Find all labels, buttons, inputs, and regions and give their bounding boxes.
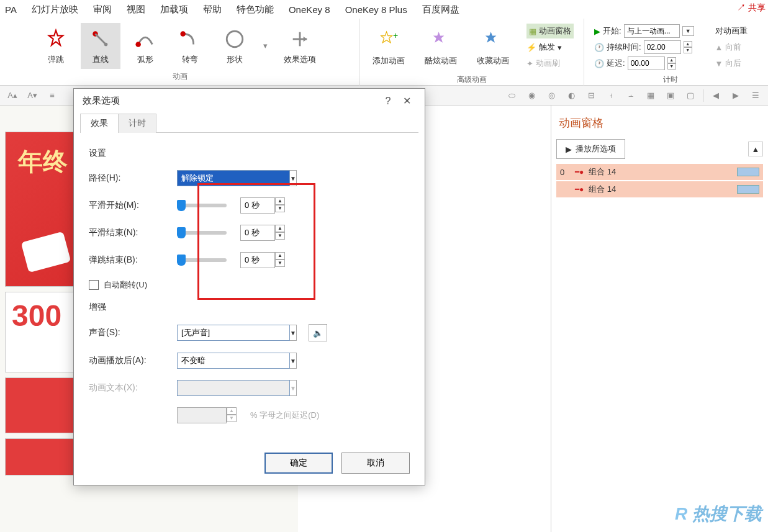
trigger-icon: ⚡ xyxy=(526,43,536,52)
delay-input[interactable] xyxy=(628,56,665,70)
anim-list-item[interactable]: ━● 组合 14 xyxy=(556,181,763,197)
play-selected-button[interactable]: ▶ 播放所选项 xyxy=(556,139,625,159)
auto-reverse-checkbox[interactable]: 自动翻转(U) xyxy=(89,279,147,291)
align-left-icon[interactable]: ⫞ xyxy=(603,88,618,103)
letter-delay-up: ▲ xyxy=(227,407,237,415)
anim-group-label: 动画 xyxy=(173,70,187,83)
anim-arc[interactable]: 弧形 xyxy=(125,23,165,69)
prev-icon[interactable]: ◀ xyxy=(708,88,723,103)
menu-slideshow[interactable]: 幻灯片放映 xyxy=(32,4,78,16)
animation-pane-button[interactable]: ▦ 动画窗格 xyxy=(526,24,574,38)
anim-line[interactable]: 直线 xyxy=(81,23,120,69)
ungroup-icon[interactable]: ◎ xyxy=(544,88,559,103)
list-icon[interactable]: ☰ xyxy=(748,88,763,103)
pane-icon: ▦ xyxy=(529,27,536,36)
dialog-title: 效果选项 xyxy=(83,95,120,107)
cool-animation[interactable]: 酷炫动画 xyxy=(417,24,464,70)
anim-up-button[interactable]: ▲ xyxy=(748,142,763,156)
tab-effect[interactable]: 效果 xyxy=(80,114,119,133)
animation-pane: 动画窗格 ▶ 播放所选项 ▲ 0 ━● 组合 14 ━● 组合 14 xyxy=(551,106,768,532)
start-dropdown[interactable]: ▼ xyxy=(682,26,694,36)
shape-tool-icon[interactable]: ⬭ xyxy=(504,88,519,103)
distribute-icon[interactable]: ▦ xyxy=(643,88,658,103)
speaker-icon: 🔈 xyxy=(313,328,323,338)
after-anim-dropdown[interactable]: ▼ xyxy=(290,353,297,369)
effect-options[interactable]: 效果选项 xyxy=(276,23,323,69)
dialog-help-button[interactable]: ? xyxy=(379,96,397,107)
painter-icon: ✦ xyxy=(526,59,533,68)
enhance-section: 增强 xyxy=(89,302,410,313)
menu-features[interactable]: 特色功能 xyxy=(237,4,274,16)
add-star-icon: + xyxy=(376,28,401,53)
duration-input[interactable] xyxy=(644,40,681,54)
tab-timing[interactable]: 计时 xyxy=(118,114,156,133)
bounce-end-slider[interactable] xyxy=(177,258,227,262)
menu-review[interactable]: 审阅 xyxy=(93,4,112,16)
svg-point-5 xyxy=(227,31,243,47)
sound-preview-button[interactable]: 🔈 xyxy=(309,324,327,341)
bounce-end-input[interactable] xyxy=(240,252,275,268)
dialog-close-button[interactable]: ✕ xyxy=(397,95,416,107)
timing-bar xyxy=(737,185,759,194)
duration-up[interactable]: ▲ xyxy=(684,41,692,47)
after-anim-combo[interactable] xyxy=(177,353,290,369)
send-back-icon[interactable]: ▢ xyxy=(683,88,698,103)
smooth-start-down[interactable]: ▼ xyxy=(275,205,285,212)
smooth-end-slider[interactable] xyxy=(177,231,227,235)
align-center-icon[interactable]: ⫠ xyxy=(623,88,638,103)
split-icon[interactable]: ⊟ xyxy=(584,88,599,103)
fav-animation[interactable]: 收藏动画 xyxy=(469,24,517,70)
delay-up[interactable]: ▲ xyxy=(667,57,676,63)
shape-path-icon xyxy=(222,27,247,52)
font-inc-icon[interactable]: A▴ xyxy=(5,88,20,103)
anim-more-dropdown[interactable]: ▾ xyxy=(260,41,271,50)
smooth-start-up[interactable]: ▲ xyxy=(275,197,285,205)
cancel-button[interactable]: 取消 xyxy=(341,453,410,474)
sound-label: 声音(S): xyxy=(89,327,169,338)
path-dropdown[interactable]: ▼ xyxy=(290,170,297,186)
smooth-start-input[interactable] xyxy=(240,197,275,214)
path-combo[interactable] xyxy=(177,170,290,186)
sound-dropdown[interactable]: ▼ xyxy=(290,325,297,341)
animation-painter: ✦ 动画刷 xyxy=(526,56,574,71)
anim-list-item[interactable]: 0 ━● 组合 14 xyxy=(556,164,763,180)
sound-combo[interactable] xyxy=(177,325,290,341)
group-tool-icon[interactable]: ◉ xyxy=(524,88,539,103)
bring-front-icon[interactable]: ▣ xyxy=(663,88,678,103)
duration-down[interactable]: ▼ xyxy=(684,47,692,53)
bounce-end-label: 弹跳结束(B): xyxy=(89,255,169,266)
menu-help[interactable]: 帮助 xyxy=(203,4,222,16)
menu-baidu[interactable]: 百度网盘 xyxy=(422,4,459,16)
smooth-end-down[interactable]: ▼ xyxy=(275,232,285,240)
menu-pa[interactable]: PA xyxy=(5,4,17,15)
menu-addins[interactable]: 加载项 xyxy=(160,4,188,16)
add-animation[interactable]: + 添加动画 xyxy=(365,24,412,70)
menu-onekey8plus[interactable]: OneKey 8 Plus xyxy=(345,4,407,15)
smooth-end-input[interactable] xyxy=(240,225,275,241)
move-forward: ▲ 向前 xyxy=(715,40,748,55)
letter-delay-label: % 字母之间延迟(D) xyxy=(250,410,319,421)
reorder-label: 对动画重 xyxy=(715,24,748,38)
next-icon[interactable]: ▶ xyxy=(728,88,743,103)
smooth-start-slider[interactable] xyxy=(177,204,227,207)
anim-shape[interactable]: 形状 xyxy=(215,23,255,69)
start-select[interactable] xyxy=(624,24,680,38)
delay-down[interactable]: ▼ xyxy=(667,63,676,70)
smooth-end-up[interactable]: ▲ xyxy=(275,225,285,232)
svg-marker-8 xyxy=(304,36,307,42)
font-dec-icon[interactable]: A▾ xyxy=(25,88,40,103)
effect-options-icon xyxy=(287,27,312,52)
cool-star-icon xyxy=(428,28,453,53)
anim-turn[interactable]: 转弯 xyxy=(170,23,210,69)
anim-bounce[interactable]: 弹跳 xyxy=(36,23,76,69)
ribbon: 弹跳 直线 弧形 转弯 形状 ▾ 效果选项 动 xyxy=(0,19,768,86)
menu-onekey8[interactable]: OneKey 8 xyxy=(289,4,330,15)
ok-button[interactable]: 确定 xyxy=(264,453,333,474)
menu-view[interactable]: 视图 xyxy=(127,4,145,16)
align-icon[interactable]: ≡ xyxy=(45,88,60,103)
bounce-end-down[interactable]: ▼ xyxy=(275,259,285,267)
bounce-end-up[interactable]: ▲ xyxy=(275,252,285,259)
trigger-button[interactable]: ⚡ 触发 ▾ xyxy=(526,40,574,55)
merge-icon[interactable]: ◐ xyxy=(564,88,579,103)
share-button[interactable]: ↗ 共享 xyxy=(737,2,766,14)
